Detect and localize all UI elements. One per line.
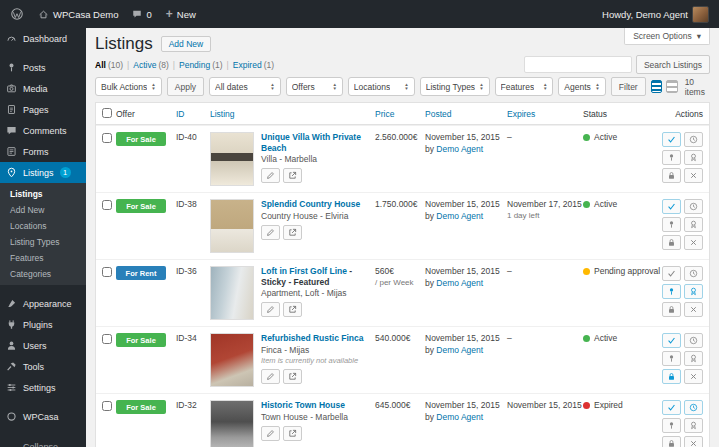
column-header-price[interactable]: Price bbox=[375, 109, 425, 119]
view-listing-button[interactable] bbox=[283, 168, 302, 183]
search-input[interactable] bbox=[524, 56, 632, 73]
dates-filter-select[interactable]: All dates▲▼ bbox=[209, 77, 281, 96]
delete-action-button[interactable] bbox=[684, 436, 703, 447]
pending-action-button[interactable] bbox=[684, 333, 703, 348]
offers-filter-select[interactable]: Offers▲▼ bbox=[286, 77, 343, 96]
select-all-checkbox[interactable] bbox=[102, 108, 112, 118]
sidebar-item-listings[interactable]: Listings 1 bbox=[0, 162, 86, 183]
search-listings-button[interactable]: Search Listings bbox=[636, 55, 710, 74]
locations-filter-select[interactable]: Locations▲▼ bbox=[348, 77, 415, 96]
features-filter-select[interactable]: Features▲▼ bbox=[495, 77, 554, 96]
agent-link[interactable]: Demo Agent bbox=[436, 345, 483, 355]
sidebar-item-media[interactable]: Media bbox=[0, 78, 86, 99]
listing-types-filter-select[interactable]: Listing Types▲▼ bbox=[420, 77, 490, 96]
sidebar-item-dashboard[interactable]: Dashboard bbox=[0, 28, 86, 49]
listing-title-link[interactable]: Loft in First Golf Line bbox=[261, 266, 347, 276]
collapse-menu-button[interactable]: Collapse menu bbox=[0, 437, 86, 447]
submenu-item-categories[interactable]: Categories bbox=[0, 266, 86, 282]
listing-thumbnail[interactable] bbox=[210, 132, 254, 186]
activate-action-button[interactable] bbox=[662, 199, 681, 214]
sidebar-item-forms[interactable]: Forms bbox=[0, 141, 86, 162]
submenu-item-locations[interactable]: Locations bbox=[0, 218, 86, 234]
listing-thumbnail[interactable] bbox=[210, 266, 254, 320]
apply-button[interactable]: Apply bbox=[167, 77, 204, 96]
featured-action-button[interactable] bbox=[684, 351, 703, 366]
listing-title-link[interactable]: Splendid Country House bbox=[261, 199, 360, 209]
submenu-item-features[interactable]: Features bbox=[0, 250, 86, 266]
sticky-action-button[interactable] bbox=[662, 217, 681, 232]
unavailable-action-button[interactable] bbox=[662, 168, 681, 183]
row-checkbox[interactable] bbox=[102, 401, 112, 411]
submenu-item-listings[interactable]: Listings bbox=[0, 186, 86, 202]
wordpress-logo-menu[interactable] bbox=[10, 7, 24, 21]
edit-listing-button[interactable] bbox=[261, 426, 280, 441]
activate-action-button[interactable] bbox=[662, 132, 681, 147]
agents-filter-select[interactable]: Agents▲▼ bbox=[558, 77, 605, 96]
list-view-icon[interactable] bbox=[651, 80, 662, 93]
listing-title-link[interactable]: Unique Villa With Private Beach bbox=[261, 132, 361, 153]
view-listing-button[interactable] bbox=[283, 369, 302, 384]
edit-listing-button[interactable] bbox=[261, 225, 280, 240]
sidebar-item-pages[interactable]: Pages bbox=[0, 99, 86, 120]
sidebar-item-plugins[interactable]: Plugins bbox=[0, 314, 86, 335]
sticky-action-button[interactable] bbox=[662, 351, 681, 366]
column-header-id[interactable]: ID bbox=[176, 109, 210, 119]
site-name-link[interactable]: WPCasa Demo bbox=[38, 9, 118, 20]
featured-action-button[interactable] bbox=[684, 150, 703, 165]
delete-action-button[interactable] bbox=[684, 168, 703, 183]
sidebar-item-appearance[interactable]: Appearance bbox=[0, 293, 86, 314]
row-checkbox[interactable] bbox=[102, 133, 112, 143]
agent-link[interactable]: Demo Agent bbox=[436, 412, 483, 422]
sidebar-item-posts[interactable]: Posts bbox=[0, 57, 86, 78]
listing-title-link[interactable]: Refurbished Rustic Finca bbox=[261, 333, 364, 343]
unavailable-action-button[interactable] bbox=[662, 235, 681, 250]
submenu-item-listing-types[interactable]: Listing Types bbox=[0, 234, 86, 250]
delete-action-button[interactable] bbox=[684, 369, 703, 384]
sticky-action-button[interactable] bbox=[662, 150, 681, 165]
excerpt-view-icon[interactable] bbox=[666, 80, 677, 93]
view-listing-button[interactable] bbox=[283, 302, 302, 317]
bulk-actions-select[interactable]: Bulk Actions▲▼ bbox=[95, 77, 162, 96]
listing-title-link[interactable]: Historic Town House bbox=[261, 400, 345, 410]
agent-link[interactable]: Demo Agent bbox=[436, 144, 483, 154]
unavailable-action-button[interactable] bbox=[662, 369, 681, 384]
comments-adminbar-link[interactable]: 0 bbox=[132, 9, 151, 20]
listing-thumbnail[interactable] bbox=[210, 333, 254, 387]
sidebar-item-comments[interactable]: Comments bbox=[0, 120, 86, 141]
filter-button[interactable]: Filter bbox=[611, 77, 646, 96]
unavailable-action-button[interactable] bbox=[662, 436, 681, 447]
pending-action-button[interactable] bbox=[684, 266, 703, 281]
screen-options-tab[interactable]: Screen Options ▾ bbox=[624, 28, 710, 45]
sidebar-item-users[interactable]: Users bbox=[0, 335, 86, 356]
add-new-button[interactable]: Add New bbox=[161, 36, 212, 52]
featured-action-button[interactable] bbox=[684, 418, 703, 433]
new-content-menu[interactable]: + New bbox=[166, 9, 196, 20]
sidebar-item-wpcasa[interactable]: WPCasa bbox=[0, 406, 86, 427]
view-listing-button[interactable] bbox=[283, 225, 302, 240]
column-header-posted[interactable]: Posted bbox=[425, 109, 507, 119]
activate-action-button[interactable] bbox=[662, 400, 681, 415]
agent-link[interactable]: Demo Agent bbox=[436, 211, 483, 221]
sticky-action-button[interactable] bbox=[662, 284, 681, 299]
activate-action-button[interactable] bbox=[662, 333, 681, 348]
edit-listing-button[interactable] bbox=[261, 168, 280, 183]
view-listing-button[interactable] bbox=[283, 426, 302, 441]
listing-thumbnail[interactable] bbox=[210, 400, 254, 447]
pending-action-button[interactable] bbox=[684, 400, 703, 415]
featured-action-button[interactable] bbox=[684, 217, 703, 232]
row-checkbox[interactable] bbox=[102, 200, 112, 210]
column-header-expires[interactable]: Expires bbox=[507, 109, 583, 119]
submenu-item-add-new[interactable]: Add New bbox=[0, 202, 86, 218]
activate-action-button[interactable] bbox=[662, 266, 681, 281]
pending-action-button[interactable] bbox=[684, 199, 703, 214]
column-header-listing[interactable]: Listing bbox=[210, 109, 375, 119]
sidebar-item-tools[interactable]: Tools bbox=[0, 356, 86, 377]
account-menu[interactable]: Howdy, Demo Agent bbox=[602, 6, 709, 23]
listing-thumbnail[interactable] bbox=[210, 199, 254, 253]
featured-action-button[interactable] bbox=[684, 284, 703, 299]
sticky-action-button[interactable] bbox=[662, 418, 681, 433]
row-checkbox[interactable] bbox=[102, 334, 112, 344]
row-checkbox[interactable] bbox=[102, 267, 112, 277]
edit-listing-button[interactable] bbox=[261, 302, 280, 317]
unavailable-action-button[interactable] bbox=[662, 302, 681, 317]
